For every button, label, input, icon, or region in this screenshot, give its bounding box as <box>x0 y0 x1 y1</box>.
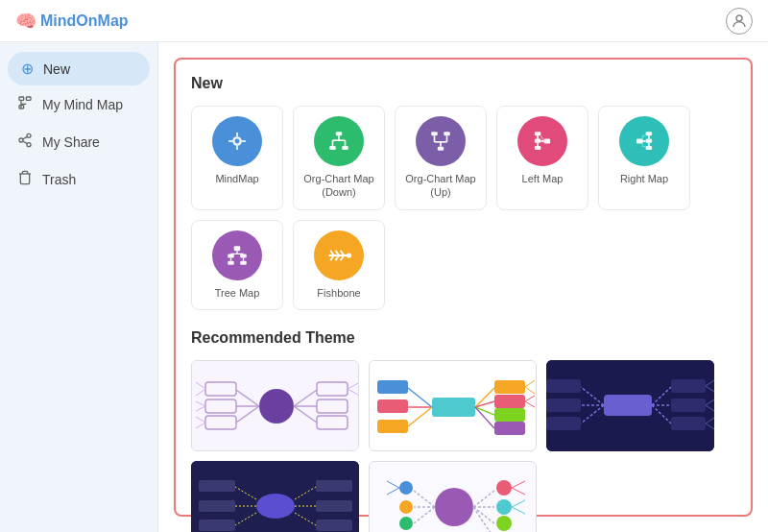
svg-point-150 <box>496 516 512 531</box>
svg-rect-92 <box>494 380 525 394</box>
svg-rect-132 <box>316 480 352 492</box>
svg-rect-106 <box>377 399 408 413</box>
map-item-treemap[interactable]: Tree Map <box>191 220 283 310</box>
sidebar-item-mymindmap[interactable]: My Mind Map <box>0 85 157 123</box>
svg-point-144 <box>435 488 473 526</box>
svg-rect-31 <box>544 139 551 144</box>
svg-line-10 <box>23 136 28 139</box>
svg-rect-43 <box>646 146 653 150</box>
logo: 🧠 MindOnMap <box>15 11 129 32</box>
svg-point-8 <box>27 143 31 147</box>
svg-rect-134 <box>316 500 352 512</box>
sidebar: ⊕ New My Mind Map My Share Trash <box>0 42 158 532</box>
sidebar-item-trash-label: Trash <box>42 172 76 187</box>
svg-rect-42 <box>646 139 653 143</box>
svg-rect-17 <box>336 132 343 135</box>
theme-grid <box>191 360 735 532</box>
rightmap-icon <box>619 116 669 166</box>
theme-item-5[interactable] <box>369 461 537 532</box>
svg-point-130 <box>256 494 295 519</box>
svg-rect-94 <box>494 395 525 408</box>
orgdown-label: Org-Chart Map(Down) <box>303 172 373 200</box>
logo-mind: Mind <box>40 12 76 29</box>
svg-rect-112 <box>671 379 706 393</box>
map-item-leftmap[interactable]: Left Map <box>496 106 588 210</box>
svg-line-9 <box>23 141 28 144</box>
sidebar-item-trash[interactable]: Trash <box>0 160 157 198</box>
new-section-title: New <box>191 75 735 92</box>
map-item-orgdown[interactable]: Org-Chart Map(Down) <box>293 106 385 210</box>
svg-rect-96 <box>494 408 525 422</box>
theme-item-3[interactable] <box>546 360 714 451</box>
orgup-label: Org-Chart Map (Up) <box>403 172 478 200</box>
orgup-icon <box>416 116 466 166</box>
mindmap-label: MindMap <box>215 172 258 185</box>
app-layout: ⊕ New My Mind Map My Share Trash New <box>0 42 768 532</box>
svg-point-148 <box>496 499 512 515</box>
treemap-icon <box>212 230 262 280</box>
svg-rect-116 <box>671 417 706 430</box>
svg-rect-54 <box>240 260 247 264</box>
sidebar-item-new-label: New <box>43 61 70 77</box>
svg-rect-142 <box>199 520 235 531</box>
content-box: New MindMap Org-Chart Map(Down) <box>174 58 753 517</box>
leftmap-label: Left Map <box>522 172 564 185</box>
fishbone-label: Fishbone <box>317 286 360 300</box>
svg-rect-104 <box>377 380 408 394</box>
treemap-label: Tree Map <box>215 286 260 300</box>
svg-point-146 <box>496 480 512 496</box>
svg-rect-50 <box>234 246 241 251</box>
svg-rect-136 <box>316 520 352 531</box>
svg-rect-34 <box>535 146 541 150</box>
svg-rect-98 <box>494 422 525 435</box>
svg-rect-138 <box>199 480 235 492</box>
user-avatar[interactable] <box>726 8 753 35</box>
leftmap-icon <box>517 116 567 166</box>
rightmap-label: Right Map <box>620 172 668 185</box>
svg-rect-124 <box>546 379 581 393</box>
fishbone-icon <box>314 230 364 280</box>
logo-map: Map <box>98 12 129 29</box>
svg-point-160 <box>399 500 413 514</box>
map-item-mindmap[interactable]: MindMap <box>191 106 283 210</box>
svg-rect-40 <box>636 139 643 144</box>
svg-rect-128 <box>546 417 581 430</box>
header: 🧠 MindOnMap <box>0 0 768 42</box>
svg-rect-140 <box>199 500 235 512</box>
svg-point-12 <box>235 139 240 144</box>
svg-rect-25 <box>431 132 438 135</box>
svg-point-158 <box>399 481 413 495</box>
svg-rect-108 <box>377 420 408 433</box>
svg-rect-32 <box>535 132 541 135</box>
main-content: New MindMap Org-Chart Map(Down) <box>158 42 768 532</box>
svg-rect-18 <box>329 146 336 150</box>
logo-on: On <box>76 12 97 29</box>
svg-point-162 <box>399 517 413 530</box>
svg-point-68 <box>259 389 294 423</box>
theme-item-1[interactable] <box>191 360 359 451</box>
logo-text: MindOnMap <box>40 12 129 30</box>
map-item-orgup[interactable]: Org-Chart Map (Up) <box>395 106 487 210</box>
svg-point-0 <box>736 15 742 21</box>
svg-rect-2 <box>26 97 31 100</box>
theme-item-4[interactable] <box>191 461 359 532</box>
map-item-rightmap[interactable]: Right Map <box>598 106 690 210</box>
trash-icon <box>17 170 33 188</box>
svg-rect-41 <box>646 132 653 135</box>
svg-point-6 <box>27 133 31 137</box>
map-grid: MindMap Org-Chart Map(Down) Org-Chart Ma… <box>191 106 735 310</box>
sidebar-item-new[interactable]: ⊕ New <box>8 52 150 85</box>
svg-rect-110 <box>604 395 652 416</box>
svg-rect-1 <box>19 97 24 100</box>
svg-rect-19 <box>342 146 348 150</box>
svg-point-7 <box>19 138 23 142</box>
theme-item-2[interactable] <box>369 360 537 451</box>
myshare-icon <box>17 133 33 151</box>
sidebar-item-mymindmap-label: My Mind Map <box>42 97 123 112</box>
new-icon: ⊕ <box>21 60 34 78</box>
svg-point-66 <box>347 253 351 257</box>
sidebar-item-myshare[interactable]: My Share <box>0 123 157 160</box>
mymindmap-icon <box>17 95 33 113</box>
map-item-fishbone[interactable]: Fishbone <box>293 220 385 310</box>
logo-icon: 🧠 <box>15 11 36 32</box>
